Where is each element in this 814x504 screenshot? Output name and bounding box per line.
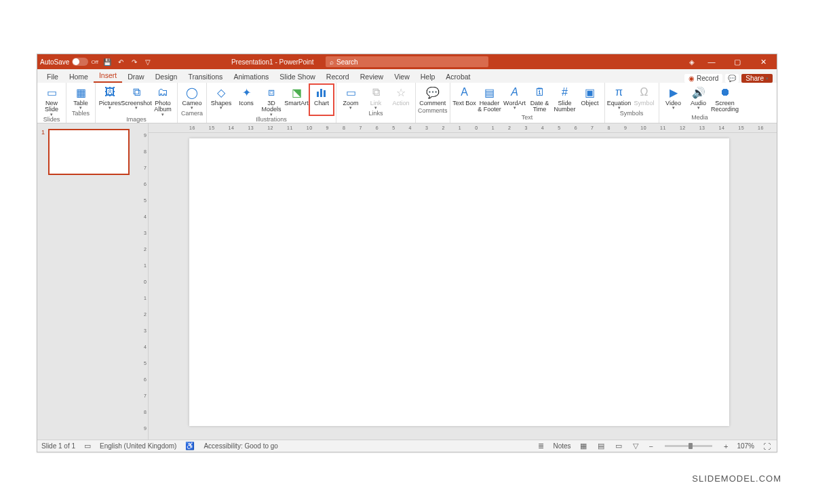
tab-help[interactable]: Help xyxy=(415,71,441,83)
audio-button[interactable]: 🔊Audio▾ xyxy=(686,84,711,113)
comment-button[interactable]: 💬Comment xyxy=(421,84,445,106)
pictures-button[interactable]: 🖼Pictures▾ xyxy=(98,84,122,115)
reading-view-icon[interactable]: ▭ xyxy=(613,442,624,450)
comment-icon: 💬 xyxy=(426,85,440,99)
language-status[interactable]: English (United Kingdom) xyxy=(100,442,176,450)
cameo-button[interactable]: ◯Cameo▾ xyxy=(180,84,204,109)
group-text: AText Box ▤Header & Footer AWordArt▾ 🗓Da… xyxy=(450,83,605,123)
tab-animations[interactable]: Animations xyxy=(228,71,274,83)
slide-canvas-area: 1615141312111098765432101234567891011121… xyxy=(149,123,777,440)
screenshot-button[interactable]: ⧉Screenshot▾ xyxy=(123,84,150,115)
sorter-view-icon[interactable]: ▤ xyxy=(596,442,606,450)
search-icon: ⌕ xyxy=(330,58,334,66)
ribbon-tabs: File Home Insert Draw Design Transitions… xyxy=(37,69,777,83)
action-button: ☆Action xyxy=(389,84,413,109)
slide-number-button[interactable]: #Slide Number xyxy=(553,84,577,113)
3d-models-button[interactable]: ⧈3D Models▾ xyxy=(259,84,284,115)
zoom-icon: ▭ xyxy=(344,85,357,99)
search-box[interactable]: ⌕ Search xyxy=(326,56,488,67)
group-comments: 💬Comment Comments xyxy=(416,83,450,123)
search-placeholder: Search xyxy=(336,58,358,66)
header-footer-button[interactable]: ▤Header & Footer xyxy=(478,84,502,113)
accessibility-status[interactable]: Accessibility: Good to go xyxy=(204,442,278,450)
watermark: SLIDEMODEL.COM xyxy=(692,473,781,484)
notes-button[interactable]: Notes xyxy=(553,442,570,450)
wordart-button[interactable]: AWordArt▾ xyxy=(503,84,527,113)
photo-album-button[interactable]: 🗂Photo Album▾ xyxy=(151,84,175,115)
thumbnail-pane[interactable]: 1 xyxy=(37,123,138,440)
table-button[interactable]: ▦Table▾ xyxy=(69,84,93,109)
fit-to-window-icon[interactable]: ⛶ xyxy=(761,442,773,450)
save-icon[interactable]: 💾 xyxy=(102,58,112,66)
pictures-icon: 🖼 xyxy=(103,85,117,99)
svg-rect-0 xyxy=(317,92,319,97)
slide-count[interactable]: Slide 1 of 1 xyxy=(41,442,75,450)
date-time-button[interactable]: 🗓Date & Time xyxy=(528,84,552,113)
tab-draw[interactable]: Draw xyxy=(122,71,150,83)
zoom-button[interactable]: ▭Zoom▾ xyxy=(338,84,363,109)
zoom-out-icon[interactable]: − xyxy=(647,442,655,450)
number-icon: # xyxy=(558,85,572,99)
ribbon: ▭New Slide▾ Slides ▦Table▾ Tables 🖼Pictu… xyxy=(37,83,777,123)
tab-view[interactable]: View xyxy=(389,71,415,83)
maximize-button[interactable]: ▢ xyxy=(726,58,748,66)
work-area: 1 9876543210123456789 161514131211109876… xyxy=(37,123,777,440)
equation-icon: π xyxy=(613,85,626,99)
group-media: ▶Video▾ 🔊Audio▾ ⏺Screen Recording Media xyxy=(659,83,741,123)
object-button[interactable]: ▣Object xyxy=(578,84,602,113)
normal-view-icon[interactable]: ▦ xyxy=(578,442,589,450)
zoom-level[interactable]: 107% xyxy=(737,442,754,450)
tab-home[interactable]: Home xyxy=(64,71,94,83)
group-symbols: πEquation▾ ΩSymbol Symbols xyxy=(605,83,659,123)
symbol-button: ΩSymbol xyxy=(632,84,657,109)
comments-toggle[interactable]: 💬 xyxy=(725,74,739,83)
a11y-icon: ♿ xyxy=(183,442,197,450)
record-dot-icon: ◉ xyxy=(689,75,695,82)
screenshot-icon: ⧉ xyxy=(130,85,143,99)
slide-thumbnail-1[interactable]: 1 xyxy=(48,129,132,175)
account-icon[interactable]: ◈ xyxy=(687,58,697,66)
shapes-button[interactable]: ◇Shapes▾ xyxy=(209,84,233,115)
zoom-in-icon[interactable]: + xyxy=(722,442,730,450)
screen-recording-button[interactable]: ⏺Screen Recording xyxy=(712,84,739,113)
text-box-button[interactable]: AText Box xyxy=(452,84,477,113)
tab-file[interactable]: File xyxy=(41,71,64,83)
video-button[interactable]: ▶Video▾ xyxy=(661,84,686,113)
video-icon: ▶ xyxy=(667,85,680,99)
tab-slide-show[interactable]: Slide Show xyxy=(274,71,321,83)
slide-canvas[interactable] xyxy=(189,138,729,426)
symbol-icon: Ω xyxy=(638,85,651,99)
new-slide-icon: ▭ xyxy=(45,85,58,99)
notes-icon: ≣ xyxy=(536,442,546,450)
minimize-button[interactable]: — xyxy=(701,58,722,66)
group-links: ▭Zoom▾ ⧉Link▾ ☆Action Links xyxy=(336,83,416,123)
new-slide-button[interactable]: ▭New Slide▾ xyxy=(39,84,64,115)
smartart-icon: ⬔ xyxy=(290,85,303,99)
redo-icon[interactable]: ↷ xyxy=(130,58,139,66)
undo-icon[interactable]: ↶ xyxy=(116,58,125,66)
smartart-button[interactable]: ⬔SmartArt xyxy=(284,84,309,115)
slideshow-view-icon[interactable]: ▽ xyxy=(631,442,640,450)
chart-button[interactable]: Chart xyxy=(309,84,334,115)
tab-transitions[interactable]: Transitions xyxy=(182,71,228,83)
autosave-toggle[interactable] xyxy=(72,58,88,66)
object-icon: ▣ xyxy=(583,85,597,99)
zoom-slider[interactable] xyxy=(665,445,712,447)
photo-album-icon: 🗂 xyxy=(156,85,170,99)
share-button[interactable]: Share▾ xyxy=(741,74,773,83)
tab-insert[interactable]: Insert xyxy=(94,69,122,83)
icons-button[interactable]: ✦Icons xyxy=(234,84,258,115)
record-button[interactable]: ◉Record xyxy=(684,74,722,83)
svg-rect-2 xyxy=(324,90,326,97)
tab-acrobat[interactable]: Acrobat xyxy=(440,71,476,83)
equation-button[interactable]: πEquation▾ xyxy=(607,84,632,109)
powerpoint-window: AutoSave Off 💾 ↶ ↷ ▽ Presentation1 - Pow… xyxy=(37,54,777,452)
group-tables: ▦Table▾ Tables xyxy=(66,83,96,123)
tab-record[interactable]: Record xyxy=(321,71,355,83)
screen-recording-icon: ⏺ xyxy=(718,85,732,99)
close-button[interactable]: ✕ xyxy=(752,58,774,66)
start-from-beginning-icon[interactable]: ▽ xyxy=(143,58,153,66)
tab-design[interactable]: Design xyxy=(150,71,183,83)
link-button: ⧉Link▾ xyxy=(364,84,388,109)
tab-review[interactable]: Review xyxy=(355,71,389,83)
